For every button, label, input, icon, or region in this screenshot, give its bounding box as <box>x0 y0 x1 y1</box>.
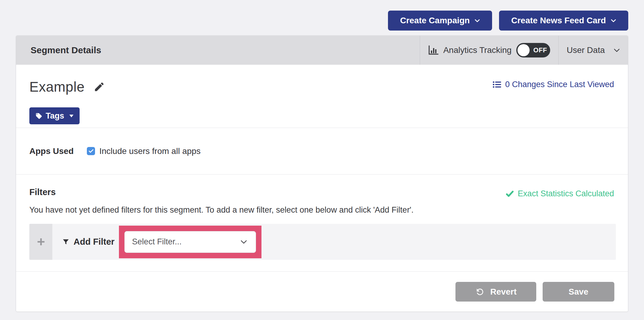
exact-statistics-label: Exact Statistics Calculated <box>518 189 614 198</box>
add-filter-plus-button[interactable] <box>29 224 52 260</box>
pencil-icon[interactable] <box>94 81 105 93</box>
segment-details-card: Segment Details Analytics Tracking OFF U… <box>16 35 628 312</box>
card-header: Segment Details Analytics Tracking OFF U… <box>16 36 628 65</box>
segment-name: Example <box>29 79 84 95</box>
segment-name-section: Example Tags 0 Changes Since Last <box>16 65 628 128</box>
chevron-down-icon <box>611 19 616 22</box>
footer-actions: Revert Save <box>16 271 628 312</box>
include-all-apps-label: Include users from all apps <box>99 146 201 156</box>
tags-label: Tags <box>46 111 64 121</box>
exact-statistics-status: Exact Statistics Calculated <box>506 189 614 198</box>
chevron-down-icon <box>613 48 620 52</box>
analytics-tracking-toggle[interactable]: OFF <box>516 43 550 57</box>
top-action-buttons: Create Campaign Create News Feed Card <box>388 11 628 31</box>
analytics-tracking-label: Analytics Tracking <box>443 45 512 55</box>
chevron-down-icon <box>475 19 480 22</box>
apps-used-label: Apps Used <box>29 146 74 156</box>
revert-label: Revert <box>490 287 517 297</box>
revert-button[interactable]: Revert <box>455 282 536 302</box>
check-icon <box>506 190 514 198</box>
include-all-apps-checkbox[interactable] <box>87 147 95 155</box>
analytics-tracking-section: Analytics Tracking OFF <box>420 36 558 65</box>
add-filter-label-group: Add Filter <box>62 224 114 260</box>
tag-icon <box>35 113 42 119</box>
changes-since-last-viewed-link[interactable]: 0 Changes Since Last Viewed <box>493 80 614 89</box>
toggle-state-label: OFF <box>533 43 547 57</box>
toggle-knob <box>518 44 530 56</box>
save-label: Save <box>569 287 588 297</box>
apps-used-section: Apps Used Include users from all apps <box>16 128 628 174</box>
select-filter-dropdown[interactable]: Select Filter... <box>124 231 256 253</box>
save-button[interactable]: Save <box>543 282 614 302</box>
plus-icon <box>38 238 44 245</box>
create-news-feed-card-label: Create News Feed Card <box>511 16 606 25</box>
filters-description: You have not yet defined filters for thi… <box>29 205 414 215</box>
add-filter-label: Add Filter <box>74 237 114 247</box>
revert-icon <box>475 287 485 297</box>
checkbox-check-icon <box>89 149 94 153</box>
user-data-label: User Data <box>567 45 605 55</box>
funnel-icon <box>62 238 70 246</box>
select-filter-placeholder: Select Filter... <box>132 237 182 247</box>
create-news-feed-card-button[interactable]: Create News Feed Card <box>499 11 628 31</box>
create-campaign-button[interactable]: Create Campaign <box>388 11 492 31</box>
list-icon <box>493 81 501 88</box>
caret-down-icon <box>69 115 74 117</box>
filters-heading: Filters <box>29 187 56 197</box>
user-data-dropdown[interactable]: User Data <box>558 36 628 65</box>
page-title: Segment Details <box>16 36 420 65</box>
add-filter-row: Add Filter Select Filter... <box>29 224 616 260</box>
changes-link-label: 0 Changes Since Last Viewed <box>505 80 614 89</box>
filters-section: Filters Exact Statistics Calculated You … <box>16 174 628 271</box>
chevron-down-icon <box>240 240 247 244</box>
bar-chart-icon <box>428 45 439 55</box>
highlight-annotation: Select Filter... <box>119 226 261 258</box>
tags-button[interactable]: Tags <box>29 107 80 124</box>
create-campaign-label: Create Campaign <box>400 16 470 25</box>
